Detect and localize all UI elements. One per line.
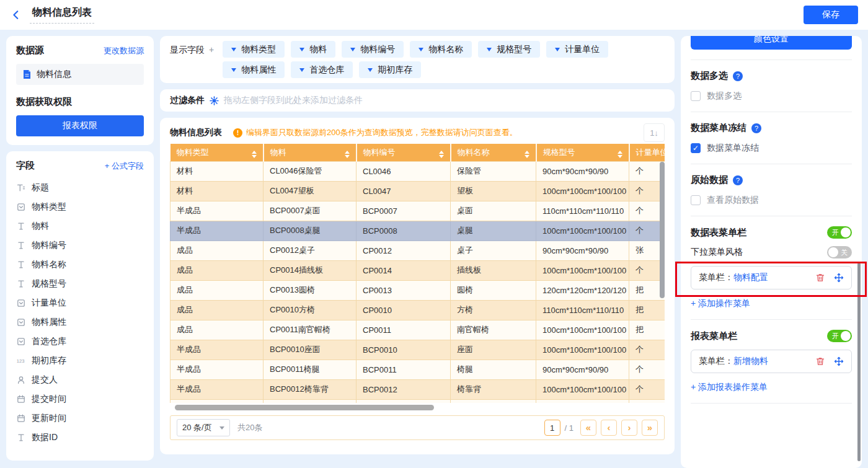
field-item[interactable]: 物料名称 (16, 255, 144, 274)
delete-icon[interactable] (815, 273, 825, 283)
vertical-scrollbar[interactable] (660, 162, 665, 298)
table-cell[interactable]: 个 (629, 360, 665, 379)
page-input[interactable]: 1 (544, 420, 560, 436)
table-cell[interactable]: 110cm*110cm*110/110 (536, 300, 629, 320)
field-item[interactable]: 计量单位 (16, 293, 144, 312)
table-cell[interactable]: 100cm*100cm*100/100 (536, 340, 629, 360)
table-row[interactable]: 材料CL0047望板CL0047望板100cm*100cm*100/100个 (170, 181, 665, 201)
field-item[interactable]: 数据ID (16, 428, 144, 447)
table-row[interactable]: 半成品BCP0007桌面BCP0007桌面110cm*110cm*110/110… (170, 201, 665, 221)
table-cell[interactable]: 桌子 (451, 241, 536, 260)
column-header[interactable]: 物料类型 (170, 144, 264, 161)
help-icon[interactable]: ? (733, 71, 743, 81)
table-cell[interactable]: 圆椅 (451, 280, 536, 300)
horizontal-scrollbar[interactable] (175, 405, 434, 410)
table-cell[interactable]: BCP0010 (356, 340, 451, 360)
table-cell[interactable]: 材料 (170, 161, 264, 181)
column-header[interactable]: 规格型号 (536, 144, 629, 161)
color-settings-button[interactable]: 颜色设置 (691, 36, 852, 50)
move-icon[interactable] (834, 273, 844, 283)
table-cell[interactable]: 100cm*100cm*100/100 (536, 260, 629, 280)
table-cell[interactable]: CL0046保险管 (264, 161, 356, 181)
table-row[interactable]: 半成品BCP0010座面BCP0010座面100cm*100cm*100/100… (170, 340, 665, 360)
table-cell[interactable]: CP0014 (356, 260, 451, 280)
table-cell[interactable]: CP0011 (356, 320, 451, 340)
table-cell[interactable]: 桌面 (451, 201, 536, 221)
display-field-chip[interactable]: 期初库存 (359, 61, 421, 78)
field-item[interactable]: 提交时间 (16, 389, 144, 408)
add-formula-field-link[interactable]: + 公式字段 (105, 161, 144, 172)
table-cell[interactable]: CL0047 (356, 181, 451, 201)
report-menu-toggle[interactable]: 开 (827, 330, 852, 342)
page-title[interactable]: 物料信息列表 (30, 6, 94, 24)
table-cell[interactable]: BCP0008桌腿 (264, 221, 356, 241)
back-icon[interactable] (10, 9, 22, 21)
add-display-field-button[interactable]: + (209, 45, 214, 55)
table-cell[interactable]: 100cm*100cm*100/100 (536, 181, 629, 201)
field-item[interactable]: 物料类型 (16, 197, 144, 216)
table-cell[interactable]: 望板 (451, 181, 536, 201)
table-cell[interactable]: BCP0011 (356, 360, 451, 379)
table-cell[interactable]: 把 (629, 320, 665, 340)
table-cell[interactable]: 成品 (170, 300, 264, 320)
menu-item-material-config[interactable]: 菜单栏：物料配置 (691, 266, 852, 289)
raw-data-checkbox[interactable]: 查看原始数据 (691, 195, 852, 206)
field-item[interactable]: 标题 (16, 178, 144, 197)
table-row[interactable]: 成品CP0014插线板CP0014插线板100cm*100cm*100/100个 (170, 260, 665, 280)
table-cell[interactable]: 半成品 (170, 340, 264, 360)
table-cell[interactable]: 100cm*100cm*100/100 (536, 320, 629, 340)
column-header[interactable]: 物料编号 (356, 144, 451, 161)
multi-select-checkbox[interactable]: 数据多选 (691, 91, 852, 102)
table-cell[interactable]: 个 (629, 340, 665, 360)
table-row[interactable]: 材料CL0046保险管CL0046保险管90cm*90cm*90/90个 (170, 161, 665, 181)
display-field-chip[interactable]: 规格型号 (478, 41, 540, 58)
display-field-chip[interactable]: 物料属性 (223, 61, 285, 78)
add-action-menu-link[interactable]: + 添加操作菜单 (691, 298, 750, 309)
table-cell[interactable]: 半成品 (170, 201, 264, 221)
menu-freeze-checkbox[interactable]: ✓ 数据菜单冻结 (691, 143, 852, 154)
display-field-chip[interactable]: 物料类型 (223, 41, 285, 58)
field-item[interactable]: 提交人 (16, 370, 144, 389)
table-cell[interactable]: BCP0007桌面 (264, 201, 356, 221)
page-size-select[interactable]: 20 条/页 (177, 419, 230, 436)
report-permission-button[interactable]: 报表权限 (16, 115, 144, 136)
table-cell[interactable]: 成品 (170, 280, 264, 300)
display-field-chip[interactable]: 计量单位 (546, 41, 608, 58)
table-cell[interactable]: 110cm*110cm*110/110 (536, 201, 629, 221)
field-item[interactable]: 首选仓库 (16, 332, 144, 351)
next-page-button[interactable]: › (621, 420, 637, 436)
table-cell[interactable]: 90cm*90cm*90/90 (536, 360, 629, 379)
first-page-button[interactable]: « (580, 420, 596, 436)
display-field-chip[interactable]: 物料 (291, 41, 335, 58)
table-cell[interactable]: CP0010方椅 (264, 300, 356, 320)
table-cell[interactable]: BCP0007 (356, 201, 451, 221)
help-icon[interactable]: ? (733, 175, 743, 185)
table-cell[interactable]: CP0012桌子 (264, 241, 356, 260)
table-cell[interactable]: BCP0012 (356, 379, 451, 399)
table-row[interactable]: 半成品BCP0011椅腿BCP0011椅腿90cm*90cm*90/90个 (170, 360, 665, 379)
field-item[interactable]: 规格型号 (16, 274, 144, 293)
menu-item-value-link[interactable]: 新增物料 (733, 356, 768, 366)
table-cell[interactable]: 材料 (170, 181, 264, 201)
save-button[interactable]: 保存 (804, 6, 858, 24)
menu-item-new-material[interactable]: 菜单栏：新增物料 (691, 350, 852, 373)
table-cell[interactable]: 成品 (170, 241, 264, 260)
table-cell[interactable]: 半成品 (170, 221, 264, 241)
display-field-chip[interactable]: 首选仓库 (291, 61, 353, 78)
table-cell[interactable]: 成品 (170, 320, 264, 340)
move-icon[interactable] (834, 356, 844, 366)
field-item[interactable]: 更新时间 (16, 408, 144, 428)
column-header[interactable]: 计量单位 (629, 144, 665, 161)
column-header[interactable]: 物料名称 (451, 144, 536, 161)
add-report-action-menu-link[interactable]: + 添加报表操作菜单 (691, 382, 768, 393)
panel-scrollbar[interactable] (857, 263, 861, 461)
last-page-button[interactable]: » (642, 420, 658, 436)
table-cell[interactable]: 100cm*100cm*100/100 (536, 379, 629, 399)
table-cell[interactable]: 90cm*90cm*90/90 (536, 161, 629, 181)
sort-order-button[interactable]: 1↓ (644, 123, 665, 142)
table-cell[interactable]: CP0012 (356, 241, 451, 260)
table-cell[interactable]: 座面 (451, 340, 536, 360)
table-cell[interactable]: 保险管 (451, 161, 536, 181)
menu-item-value-link[interactable]: 物料配置 (733, 272, 768, 282)
display-field-chip[interactable]: 物料名称 (410, 41, 472, 58)
